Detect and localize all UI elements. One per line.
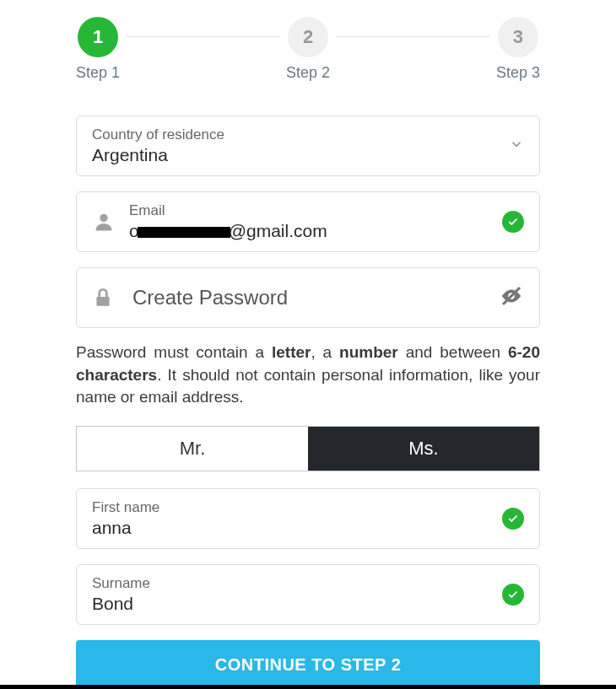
step-3: 3 Step 3 (496, 17, 540, 82)
surname-field[interactable]: Surname Bond (76, 564, 540, 625)
password-hint: Password must contain a letter, a number… (76, 342, 540, 409)
lock-icon (92, 287, 114, 309)
step-line-1 (127, 36, 279, 37)
registration-form: 1 Step 1 2 Step 2 3 Step 3 Country of re… (0, 0, 616, 689)
email-field[interactable]: Email o@gmail.com (76, 191, 540, 252)
step-1: 1 Step 1 (76, 17, 120, 82)
email-label: Email (129, 202, 494, 219)
title-option-ms[interactable]: Ms. (308, 427, 539, 471)
eye-off-icon[interactable] (499, 283, 524, 312)
step-1-circle: 1 (78, 17, 118, 57)
person-icon (92, 210, 116, 234)
step-line-2 (337, 36, 489, 37)
title-option-mr[interactable]: Mr. (77, 427, 308, 471)
country-value: Argentina (92, 145, 509, 165)
step-1-label: Step 1 (76, 64, 120, 82)
password-placeholder: Create Password (132, 286, 499, 310)
surname-label: Surname (92, 575, 494, 592)
first-name-label: First name (92, 499, 494, 516)
svg-point-0 (100, 214, 107, 222)
chevron-down-icon (509, 137, 524, 155)
country-select[interactable]: Country of residence Argentina (76, 116, 540, 176)
check-icon (502, 584, 524, 606)
first-name-value: anna (92, 518, 494, 538)
stepper: 1 Step 1 2 Step 2 3 Step 3 (76, 17, 540, 82)
first-name-field[interactable]: First name anna (76, 488, 540, 549)
svg-rect-1 (96, 297, 109, 306)
check-icon (502, 508, 524, 530)
bottom-bar (0, 685, 616, 689)
redacted-text (138, 227, 230, 238)
email-value: o@gmail.com (129, 221, 494, 241)
surname-value: Bond (92, 594, 494, 614)
country-label: Country of residence (92, 126, 509, 143)
step-2-label: Step 2 (286, 64, 330, 82)
step-3-label: Step 3 (496, 64, 540, 82)
step-2-circle: 2 (288, 17, 328, 57)
password-field[interactable]: Create Password (76, 267, 540, 328)
step-3-circle: 3 (498, 17, 538, 57)
check-icon (502, 211, 524, 233)
title-toggle: Mr. Ms. (76, 426, 540, 471)
step-2: 2 Step 2 (286, 17, 330, 82)
continue-button[interactable]: CONTINUE TO STEP 2 (76, 640, 540, 689)
